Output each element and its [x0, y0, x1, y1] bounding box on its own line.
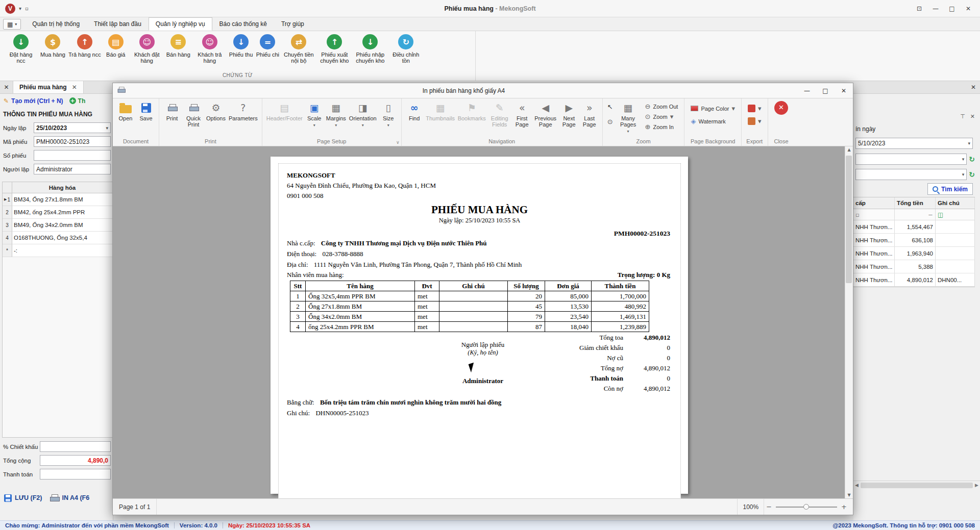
save-button[interactable]: LƯU (F2)	[4, 494, 42, 502]
scrollbar-thumb[interactable]	[846, 156, 852, 283]
send-email-button[interactable]: ▾	[746, 117, 763, 125]
tab-close-icon[interactable]: ✕	[72, 84, 77, 91]
ribbon-item-ban-hang[interactable]: ≡ Bán hàng	[165, 34, 192, 58]
save-button[interactable]: Save	[136, 100, 156, 121]
scrollbar-thumb[interactable]	[861, 483, 973, 488]
total-input[interactable]: 4,890,0	[40, 455, 111, 466]
ribbon-item-phieu-xuat-chuyen-kho[interactable]: ↑ Phiếu xuất chuyển kho	[316, 34, 352, 64]
column-header-total[interactable]: Tổng tiền	[895, 197, 936, 209]
previous-page-button[interactable]: ◀ Previous Page	[532, 100, 559, 128]
column-header-note[interactable]: Ghi chú	[936, 197, 975, 209]
bookmarks-button[interactable]: ⚑ Bookmarks	[456, 100, 487, 121]
grid-row[interactable]: 4 O168THUONG, Ống 32x5,4	[3, 232, 112, 244]
dialog-titlebar[interactable]: In phiếu bán hàng khổ giấy A4 — □ ✕	[113, 83, 853, 98]
result-row[interactable]: NHH Thươn... 5,388	[853, 260, 975, 273]
ribbon-item-mua-hang[interactable]: $ Mua hàng	[39, 34, 67, 58]
refresh-icon[interactable]: ↻	[969, 170, 975, 179]
first-page-button[interactable]: « First Page	[512, 100, 532, 128]
date-input[interactable]: 25/10/2023 ▾	[34, 122, 111, 133]
discount-input[interactable]	[40, 441, 111, 452]
export-pdf-button[interactable]: ▾	[746, 104, 763, 113]
scroll-up-icon[interactable]: ▲	[847, 147, 850, 152]
close-icon[interactable]: ✕	[961, 3, 976, 15]
tab-quan-ly-nghiep-vu[interactable]: Quản lý nghiệp vụ	[149, 17, 212, 31]
filter-combo-1[interactable]: ▾	[855, 154, 967, 165]
ribbon-item-bao-gia[interactable]: ▤ Báo giá	[103, 34, 129, 58]
grid-new-row[interactable]: * -:	[3, 244, 112, 257]
item-cell[interactable]: O168THUONG, Ống 32x5,4	[12, 232, 112, 244]
result-row[interactable]: NHH Thươn... 4,890,012 DHN00...	[853, 273, 975, 287]
app-menu-button[interactable]: ▦ ▾	[3, 19, 21, 30]
find-button[interactable]: ∞ Find	[404, 100, 425, 121]
chevron-down-icon[interactable]: ▾	[19, 6, 21, 11]
editing-fields-button[interactable]: ✎ Editing Fields	[487, 100, 512, 128]
ribbon-item-tra-hang-ncc[interactable]: ↑ Trả hàng ncc	[67, 34, 103, 58]
scale-button[interactable]: ▣ Scale ▾	[304, 100, 325, 129]
tab-quan-tri-he-thong[interactable]: Quản trị hệ thống	[25, 17, 87, 31]
result-row[interactable]: NHH Thươn... 1,963,940	[853, 247, 975, 260]
grid-row[interactable]: ▶1 BM34, Ống 27x1.8mm BM	[3, 193, 112, 206]
fullscreen-icon[interactable]: ⊡	[912, 3, 927, 15]
creator-input[interactable]: Administrator	[34, 164, 111, 174]
pointer-tool-icon[interactable]: ↖	[607, 103, 613, 111]
ribbon-item-khach-tra-hang[interactable]: ☺ Khách trả hàng	[192, 34, 228, 64]
filter-combo-2[interactable]: ▾	[855, 169, 967, 180]
ribbon-item-dat-hang-ncc[interactable]: ↓ Đặt hàng ncc	[3, 34, 39, 64]
add-button[interactable]: + Th	[69, 97, 86, 105]
parameters-button[interactable]: ? Parameters	[227, 100, 259, 121]
watermark-button[interactable]: ◈ Watermark	[689, 117, 737, 125]
zoom-out-icon[interactable]: −	[764, 503, 774, 511]
zoom-slider-thumb[interactable]	[803, 504, 809, 510]
minimize-icon[interactable]: —	[928, 3, 943, 15]
quick-access-icon[interactable]: ▫	[25, 6, 29, 11]
print-a4-button[interactable]: IN A4 (F6	[50, 494, 89, 501]
page-color-button[interactable]: Page Color ▾	[689, 104, 737, 113]
ribbon-item-chuyen-tien-noi-bo[interactable]: ⇄ Chuyển tiền nội bộ	[281, 34, 316, 64]
result-row[interactable]: NHH Thươn... 1,554,467	[853, 220, 975, 234]
grid-row[interactable]: 3 BM49, Ống 34x2.0mm BM	[3, 219, 112, 232]
zoom-in-icon[interactable]: +	[839, 503, 853, 511]
close-all-tabs-icon[interactable]: ✕	[0, 81, 13, 93]
item-cell[interactable]: BM34, Ống 27x1.8mm BM	[12, 193, 112, 206]
tabbar-close-icon[interactable]: ✕	[967, 81, 980, 93]
dialog-launcher-icon[interactable]: ∨	[396, 140, 400, 145]
result-row[interactable]: NHH Thươn... 636,108	[853, 234, 975, 247]
open-button[interactable]: Open	[115, 100, 136, 121]
zoom-slider[interactable]	[776, 503, 837, 511]
quick-print-button[interactable]: Quick Print	[182, 100, 205, 128]
chevron-down-icon[interactable]: ▾	[962, 172, 965, 177]
tab-tro-giup[interactable]: Trợ giúp	[274, 17, 311, 31]
margins-button[interactable]: ▦ Margins ▾	[325, 100, 348, 129]
grid-filter-row[interactable]: ▫ − ◫	[853, 209, 975, 220]
chevron-down-icon[interactable]: ▾	[106, 125, 108, 131]
size-button[interactable]: ▯ Size ▾	[378, 100, 399, 129]
next-page-button[interactable]: ▶ Next Page	[559, 100, 579, 128]
horizontal-scrollbar[interactable]: ◀ ▶	[853, 481, 980, 489]
item-cell[interactable]: BM49, Ống 34x2.0mm BM	[12, 219, 112, 232]
payment-input[interactable]	[40, 469, 111, 479]
preview-area[interactable]: MEKONGSOFT 64 Nguyễn Đình Chiểu, Phường …	[113, 146, 853, 498]
search-button[interactable]: Tìm kiếm	[927, 183, 973, 195]
date-to-input[interactable]: 5/10/2023 ▾	[855, 138, 973, 149]
ribbon-item-phieu-thu[interactable]: ↓ Phiếu thu	[228, 34, 254, 58]
maximize-icon[interactable]: □	[944, 3, 960, 15]
orientation-button[interactable]: ◨ Orientation ▾	[348, 100, 378, 129]
scroll-right-icon[interactable]: ▶	[975, 483, 978, 488]
refresh-icon[interactable]: ↻	[969, 155, 975, 163]
number-input[interactable]	[34, 150, 111, 161]
tab-thiet-lap-ban-dau[interactable]: Thiết lập ban đầu	[87, 17, 149, 31]
thumbnails-button[interactable]: ▦ Thumbnails	[425, 100, 456, 121]
item-cell[interactable]: -:	[12, 244, 112, 257]
scroll-down-icon[interactable]: ▼	[847, 493, 850, 497]
ribbon-item-dieu-chinh-ton[interactable]: ↻ Điều chỉnh tồn	[388, 34, 424, 64]
header-footer-button[interactable]: ▤ Header/Footer	[265, 100, 304, 121]
magnifier-tool-icon[interactable]: ⊙	[607, 118, 613, 125]
zoom-button[interactable]: ⊙ Zoom ▾	[644, 112, 680, 121]
many-pages-button[interactable]: ▦ Many Pages ▾	[615, 100, 642, 135]
dialog-close-icon[interactable]: ✕	[835, 83, 853, 98]
print-button[interactable]: Print	[162, 100, 182, 121]
close-preview-button[interactable]: ✕	[771, 100, 792, 114]
chevron-down-icon[interactable]: ▾	[962, 157, 965, 162]
tab-phieu-mua-hang[interactable]: Phiếu mua hàng ✕	[13, 81, 84, 93]
panel-close-icon[interactable]: ✕	[970, 113, 975, 120]
